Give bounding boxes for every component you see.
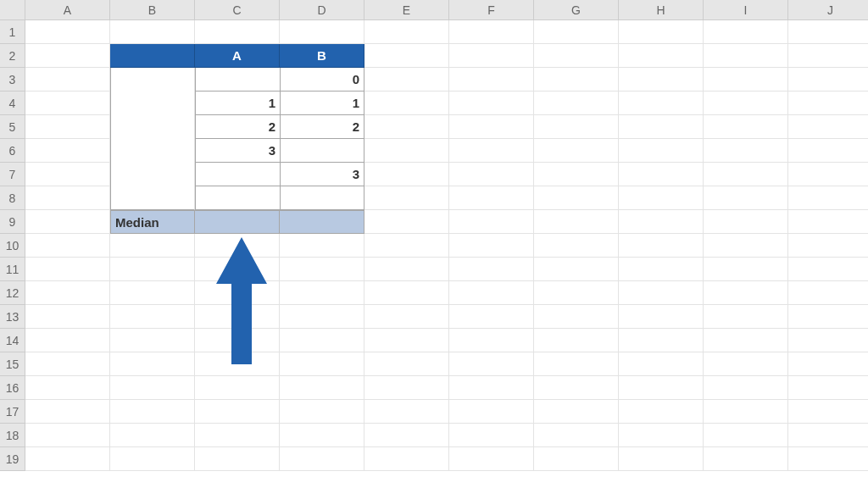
row-header-8[interactable]: 8 xyxy=(0,186,25,210)
cell-A18[interactable] xyxy=(25,424,110,447)
median-value-a[interactable] xyxy=(195,210,280,234)
cell-G15[interactable] xyxy=(534,352,619,376)
cell-H16[interactable] xyxy=(619,376,704,400)
row-header-14[interactable]: 14 xyxy=(0,329,25,352)
cell-D6[interactable] xyxy=(280,139,364,163)
cell-G6[interactable] xyxy=(534,139,619,163)
cell-E9[interactable] xyxy=(364,210,449,234)
cell-C12[interactable] xyxy=(195,281,280,305)
cell-G10[interactable] xyxy=(534,234,619,258)
cell-F13[interactable] xyxy=(449,305,534,329)
cell-B5[interactable] xyxy=(110,115,195,139)
cell-H18[interactable] xyxy=(619,424,704,447)
select-all-corner[interactable] xyxy=(0,0,25,20)
cell-B10[interactable] xyxy=(110,234,195,258)
cell-H4[interactable] xyxy=(619,92,704,115)
cell-D18[interactable] xyxy=(280,424,364,447)
cell-C7[interactable] xyxy=(195,163,280,186)
row-header-19[interactable]: 19 xyxy=(0,447,25,471)
row-header-5[interactable]: 5 xyxy=(0,115,25,139)
cell-A10[interactable] xyxy=(25,234,110,258)
cell-I12[interactable] xyxy=(704,281,788,305)
col-header-E[interactable]: E xyxy=(364,0,449,20)
cell-F17[interactable] xyxy=(449,400,534,424)
cell-I8[interactable] xyxy=(704,186,788,210)
cell-J3[interactable] xyxy=(788,68,868,92)
cell-B1[interactable] xyxy=(110,20,195,44)
cell-I9[interactable] xyxy=(704,210,788,234)
cell-F6[interactable] xyxy=(449,139,534,163)
cell-F16[interactable] xyxy=(449,376,534,400)
cell-D1[interactable] xyxy=(280,20,364,44)
cell-A9[interactable] xyxy=(25,210,110,234)
cell-G19[interactable] xyxy=(534,447,619,471)
col-header-B[interactable]: B xyxy=(110,0,195,20)
cell-B8[interactable] xyxy=(110,186,195,210)
cell-H5[interactable] xyxy=(619,115,704,139)
cell-C16[interactable] xyxy=(195,376,280,400)
cell-F1[interactable] xyxy=(449,20,534,44)
col-header-I[interactable]: I xyxy=(704,0,788,20)
cell-I4[interactable] xyxy=(704,92,788,115)
cell-D3[interactable]: 0 xyxy=(280,68,364,92)
cell-C3[interactable] xyxy=(195,68,280,92)
cell-D7[interactable]: 3 xyxy=(280,163,364,186)
cell-J10[interactable] xyxy=(788,234,868,258)
cell-J16[interactable] xyxy=(788,376,868,400)
cell-A11[interactable] xyxy=(25,258,110,281)
row-header-4[interactable]: 4 xyxy=(0,92,25,115)
cell-J15[interactable] xyxy=(788,352,868,376)
cell-C10[interactable] xyxy=(195,234,280,258)
cell-F10[interactable] xyxy=(449,234,534,258)
cell-A5[interactable] xyxy=(25,115,110,139)
cell-J5[interactable] xyxy=(788,115,868,139)
cell-H14[interactable] xyxy=(619,329,704,352)
cell-E4[interactable] xyxy=(364,92,449,115)
cell-E8[interactable] xyxy=(364,186,449,210)
data-header-b[interactable]: B xyxy=(280,44,364,68)
median-label[interactable]: Median xyxy=(110,210,195,234)
col-header-G[interactable]: G xyxy=(534,0,619,20)
cell-H6[interactable] xyxy=(619,139,704,163)
cell-F4[interactable] xyxy=(449,92,534,115)
cell-I17[interactable] xyxy=(704,400,788,424)
cell-J13[interactable] xyxy=(788,305,868,329)
cell-G12[interactable] xyxy=(534,281,619,305)
cell-B16[interactable] xyxy=(110,376,195,400)
cell-I18[interactable] xyxy=(704,424,788,447)
cell-A15[interactable] xyxy=(25,352,110,376)
cell-F5[interactable] xyxy=(449,115,534,139)
row-header-17[interactable]: 17 xyxy=(0,400,25,424)
row-header-1[interactable]: 1 xyxy=(0,20,25,44)
cell-B7[interactable] xyxy=(110,163,195,186)
cell-G9[interactable] xyxy=(534,210,619,234)
cell-E11[interactable] xyxy=(364,258,449,281)
cell-H3[interactable] xyxy=(619,68,704,92)
cell-G13[interactable] xyxy=(534,305,619,329)
cell-G11[interactable] xyxy=(534,258,619,281)
col-header-D[interactable]: D xyxy=(280,0,364,20)
row-header-13[interactable]: 13 xyxy=(0,305,25,329)
cell-E10[interactable] xyxy=(364,234,449,258)
cell-G14[interactable] xyxy=(534,329,619,352)
row-header-12[interactable]: 12 xyxy=(0,281,25,305)
cell-I13[interactable] xyxy=(704,305,788,329)
cell-G18[interactable] xyxy=(534,424,619,447)
cell-F7[interactable] xyxy=(449,163,534,186)
cell-I11[interactable] xyxy=(704,258,788,281)
cell-G5[interactable] xyxy=(534,115,619,139)
cell-A6[interactable] xyxy=(25,139,110,163)
cell-H13[interactable] xyxy=(619,305,704,329)
cell-H8[interactable] xyxy=(619,186,704,210)
cell-H10[interactable] xyxy=(619,234,704,258)
cell-I1[interactable] xyxy=(704,20,788,44)
cell-E18[interactable] xyxy=(364,424,449,447)
cell-E12[interactable] xyxy=(364,281,449,305)
row-header-16[interactable]: 16 xyxy=(0,376,25,400)
cell-C6[interactable]: 3 xyxy=(195,139,280,163)
cell-G7[interactable] xyxy=(534,163,619,186)
cell-G16[interactable] xyxy=(534,376,619,400)
col-header-F[interactable]: F xyxy=(449,0,534,20)
cell-A8[interactable] xyxy=(25,186,110,210)
cell-H7[interactable] xyxy=(619,163,704,186)
